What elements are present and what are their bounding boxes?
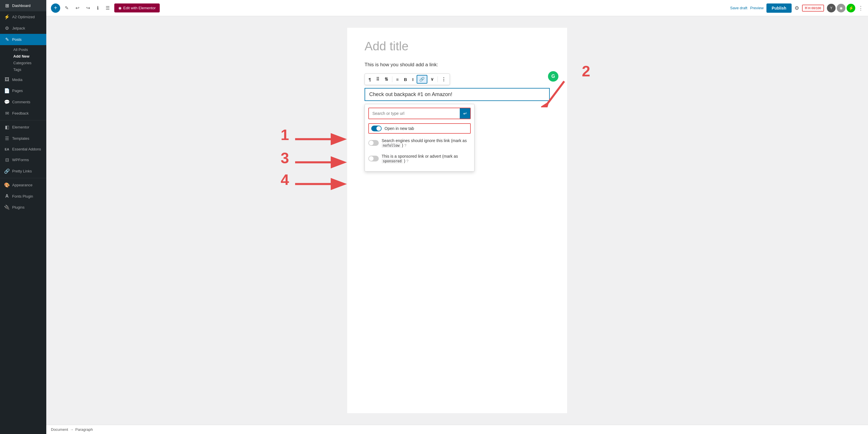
user-avatar-2: ◉	[837, 4, 845, 12]
wpforms-icon: ⊟	[4, 157, 10, 163]
breadcrumb-paragraph[interactable]: Paragraph	[75, 427, 93, 432]
open-in-new-tab-toggle[interactable]	[371, 126, 382, 131]
topbar-right: Save draft Preview Publish ⚙ H H 00/100 …	[730, 3, 863, 13]
sidebar-item-fonts-plugin[interactable]: A Fonts Plugin	[0, 191, 46, 202]
a2-icon: ⚡	[4, 14, 10, 20]
posts-icon: ✎	[4, 37, 10, 42]
sidebar-item-posts[interactable]: ✎ Posts	[0, 34, 46, 45]
nofollow-row: Search engines should ignore this link (…	[368, 136, 471, 149]
annotation-4: 4	[281, 171, 289, 188]
settings-button[interactable]: ⚙	[795, 5, 799, 11]
sidebar-item-feedback[interactable]: ✉ Feedback	[0, 107, 46, 119]
feedback-icon: ✉	[4, 111, 10, 116]
sidebar-item-all-posts[interactable]: All Posts	[10, 46, 46, 53]
editor-area: G Add title This is how you should add a…	[46, 16, 868, 425]
elementor-icon: ◧	[4, 124, 10, 130]
more-toolbar-button[interactable]: ⋮	[439, 75, 448, 83]
drag-handle-button[interactable]: ⠿	[374, 75, 381, 83]
selected-text-block[interactable]: Check out backpack #1 on Amazon!	[365, 88, 550, 101]
save-draft-button[interactable]: Save draft	[730, 6, 747, 10]
toolbar-divider	[392, 76, 392, 82]
sidebar-item-comments[interactable]: 💬 Comments	[0, 96, 46, 107]
sidebar-item-media[interactable]: 🖼 Media	[0, 74, 46, 85]
pages-icon: 📄	[4, 88, 10, 93]
sidebar-item-elementor[interactable]: ◧ Elementor	[0, 122, 46, 133]
bottom-bar: Document → Paragraph	[46, 425, 868, 434]
plugins-icon: 🔌	[4, 205, 10, 210]
bold-button[interactable]: B	[402, 76, 409, 83]
italic-button[interactable]: I	[410, 76, 415, 83]
templates-icon: ☰	[4, 136, 10, 141]
comments-icon: 💬	[4, 99, 10, 105]
annotation-1: 1	[281, 126, 289, 144]
content-paragraph: This is how you should add a link:	[365, 62, 550, 68]
sponsored-help-icon[interactable]: ?	[406, 159, 408, 163]
arrow-4	[292, 175, 350, 193]
sidebar-item-a2optimized[interactable]: ⚡ A2 Optimized	[0, 11, 46, 23]
url-submit-button[interactable]: ↵	[460, 108, 470, 119]
breadcrumb-document[interactable]: Document	[51, 427, 68, 432]
sidebar-item-plugins[interactable]: 🔌 Plugins	[0, 202, 46, 213]
media-icon: 🖼	[4, 77, 10, 82]
annotation-2: 2	[582, 62, 590, 80]
sidebar-item-appearance[interactable]: 🎨 Appearance	[0, 179, 46, 191]
jetpack-icon: ⚙	[4, 26, 10, 31]
sidebar-item-add-new[interactable]: Add New	[10, 53, 46, 60]
appearance-icon: 🎨	[4, 182, 10, 188]
sidebar-item-pages[interactable]: 📄 Pages	[0, 85, 46, 96]
breadcrumb-arrow: →	[70, 427, 73, 432]
sponsored-row: This is a sponsored link or advert (mark…	[368, 152, 471, 165]
sidebar-item-categories[interactable]: Categories	[10, 60, 46, 66]
info-button[interactable]: ℹ	[95, 3, 101, 12]
sidebar-divider	[0, 120, 46, 120]
sponsored-toggle[interactable]	[368, 156, 379, 161]
align-button[interactable]: ≡	[394, 76, 401, 83]
toolbar-divider-2	[437, 76, 438, 82]
ea-icon: EA	[4, 148, 10, 151]
sidebar-item-jetpack[interactable]: ⚙ Jetpack	[0, 23, 46, 34]
edit-with-elementor-button[interactable]: ◉ Edit with Elementor	[114, 3, 160, 12]
block-toolbar: ¶ ⠿ ⇅ ≡ B I 🔗 ∨ ⋮	[365, 73, 450, 85]
grammarly-icon[interactable]: G	[548, 71, 558, 82]
preview-button[interactable]: Preview	[750, 6, 764, 10]
seo-score-badge[interactable]: H H 00/100	[802, 5, 824, 11]
sidebar-item-templates[interactable]: ☰ Templates	[0, 133, 46, 144]
move-up-down-button[interactable]: ⇅	[382, 75, 390, 83]
sponsored-label: This is a sponsored link or advert (mark…	[382, 154, 471, 163]
paragraph-type-button[interactable]: ¶	[367, 76, 373, 83]
nofollow-help-icon[interactable]: ?	[404, 143, 406, 148]
sidebar-item-tags[interactable]: Tags	[10, 66, 46, 73]
open-in-new-tab-row: Open in new tab	[368, 123, 471, 134]
url-input-row: ↵	[368, 107, 471, 119]
sidebar-item-essential-addons[interactable]: EA Essential Addons	[0, 144, 46, 154]
url-input[interactable]	[369, 108, 460, 119]
nofollow-toggle[interactable]	[368, 140, 379, 146]
avatar-area: Y ◉ ⚡	[827, 4, 855, 12]
chevron-down-button[interactable]: ∨	[429, 75, 436, 83]
post-title[interactable]: Add title	[365, 39, 550, 53]
add-block-button[interactable]: +	[51, 3, 60, 13]
sidebar-item-dashboard[interactable]: ⊞ Dashboard	[0, 0, 46, 11]
link-popup: ↵ Open in new tab Search engines should …	[365, 104, 474, 172]
score-icon: H	[805, 6, 808, 10]
green-indicator: ⚡	[846, 4, 855, 12]
list-view-button[interactable]: ☰	[103, 3, 112, 12]
editor-content: G Add title This is how you should add a…	[347, 28, 567, 413]
redo-button[interactable]: ↪	[84, 3, 92, 12]
more-options-button[interactable]: ⋮	[858, 5, 863, 11]
sidebar-divider-2	[0, 178, 46, 178]
sidebar-item-pretty-links[interactable]: 🔗 Pretty Links	[0, 165, 46, 177]
topbar: + ✎ ↩ ↪ ℹ ☰ ◉ Edit with Elementor Save d…	[46, 0, 868, 16]
dashboard-icon: ⊞	[4, 3, 10, 8]
arrow-1	[292, 130, 350, 148]
open-in-new-tab-label: Open in new tab	[384, 126, 414, 131]
arrow-3	[292, 154, 350, 171]
pencil-button[interactable]: ✎	[62, 3, 71, 12]
sidebar-item-wpforms[interactable]: ⊟ WPForms	[0, 154, 46, 165]
publish-button[interactable]: Publish	[767, 3, 792, 13]
undo-button[interactable]: ↩	[73, 3, 82, 12]
fonts-icon: A	[4, 193, 10, 199]
annotation-3: 3	[281, 149, 289, 167]
nofollow-label: Search engines should ignore this link (…	[382, 138, 471, 148]
link-button[interactable]: 🔗	[416, 75, 427, 84]
